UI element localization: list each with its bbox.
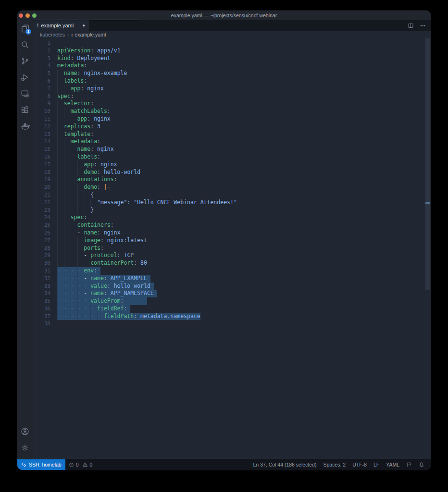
code-line[interactable]: 1---: [33, 39, 431, 47]
line-number[interactable]: 34: [33, 290, 50, 297]
line-number[interactable]: 33: [33, 283, 50, 290]
code-line[interactable]: 14metadata:: [33, 138, 431, 146]
code-line[interactable]: 20demo: |-: [33, 184, 431, 191]
activity-bar-remote-explorer-icon[interactable]: [17, 86, 33, 102]
activity-bar-settings-gear-icon[interactable]: [17, 440, 33, 456]
activity-bar-extensions-icon[interactable]: [17, 102, 33, 118]
line-number[interactable]: 19: [33, 176, 50, 184]
code-line[interactable]: 36· · · · · · fieldRef:: [33, 305, 431, 313]
breadcrumb-folder[interactable]: kubernetes: [40, 32, 65, 37]
code-line[interactable]: 10matchLabels:: [33, 108, 431, 115]
code-line[interactable]: 9selector:: [33, 100, 431, 108]
line-number[interactable]: 37: [33, 313, 50, 320]
code-line[interactable]: 7app: nginx: [33, 85, 431, 93]
code-line[interactable]: 38: [33, 320, 431, 328]
code-line[interactable]: 12replicas: 3: [33, 123, 431, 131]
line-number[interactable]: 1: [33, 39, 50, 47]
line-number[interactable]: 35: [33, 297, 50, 305]
code-line[interactable]: 8spec:: [33, 93, 431, 100]
status-encoding[interactable]: UTF-8: [349, 459, 370, 470]
line-number[interactable]: 9: [33, 100, 50, 108]
line-number[interactable]: 11: [33, 115, 50, 123]
problems-indicator[interactable]: 0 0: [65, 459, 96, 470]
line-number[interactable]: 8: [33, 93, 50, 100]
tab-example-yaml[interactable]: ! example.yaml ●: [33, 20, 89, 31]
code-line[interactable]: 34· · · · - name: APP_NAMESPACE: [33, 290, 431, 297]
code-line[interactable]: 21{: [33, 191, 431, 199]
status-cursor-position[interactable]: Ln 37, Col 44 (186 selected): [250, 459, 320, 470]
activity-bar-search-icon[interactable]: [17, 37, 33, 53]
split-editor-icon[interactable]: [408, 23, 414, 29]
line-number[interactable]: 12: [33, 123, 50, 131]
remote-indicator[interactable]: SSH: homelab: [17, 459, 65, 470]
line-number[interactable]: 30: [33, 259, 50, 267]
line-number[interactable]: 26: [33, 229, 50, 237]
line-number[interactable]: 10: [33, 108, 50, 115]
activity-bar-docker-icon[interactable]: [17, 118, 33, 135]
code-line[interactable]: 37· · · · · · · fieldPath: metadata.name…: [33, 313, 431, 320]
code-line[interactable]: 18demo: hello-world: [33, 169, 431, 176]
code-line[interactable]: 23}: [33, 207, 431, 214]
activity-bar-explorer-icon[interactable]: 1: [17, 20, 33, 37]
code-line[interactable]: 19annotations:: [33, 176, 431, 184]
line-number[interactable]: 13: [33, 131, 50, 138]
line-number[interactable]: 5: [33, 70, 50, 77]
line-number[interactable]: 4: [33, 62, 50, 70]
more-actions-icon[interactable]: [420, 23, 426, 29]
line-number[interactable]: 21: [33, 191, 50, 199]
line-number[interactable]: 17: [33, 161, 50, 169]
line-number[interactable]: 31: [33, 267, 50, 275]
line-number[interactable]: 2: [33, 47, 50, 55]
code-line[interactable]: 26- name: nginx: [33, 229, 431, 237]
line-number[interactable]: 28: [33, 245, 50, 252]
line-number[interactable]: 15: [33, 146, 50, 153]
code-line[interactable]: 4metadata:: [33, 62, 431, 70]
line-number[interactable]: 32: [33, 275, 50, 283]
code-line[interactable]: 35· · · · · valueFrom:: [33, 297, 431, 305]
code-line[interactable]: 24spec:: [33, 214, 431, 221]
status-indentation[interactable]: Spaces: 2: [320, 459, 349, 470]
code-line[interactable]: 29- protocol: TCP: [33, 252, 431, 259]
code-line[interactable]: 33· · · · · value: hello world: [33, 283, 431, 290]
code-line[interactable]: 13template:: [33, 131, 431, 138]
code-line[interactable]: 3kind: Deployment: [33, 55, 431, 62]
status-feedback-icon[interactable]: [403, 459, 415, 470]
line-number[interactable]: 14: [33, 138, 50, 146]
line-number[interactable]: 25: [33, 221, 50, 229]
code-line[interactable]: 30containerPort: 80: [33, 259, 431, 267]
code-line[interactable]: 2apiVersion: apps/v1: [33, 47, 431, 55]
code-line[interactable]: 22"message": "Hello CNCF Webinar Attende…: [33, 199, 431, 207]
code-line[interactable]: 6labels:: [33, 77, 431, 85]
line-number[interactable]: 20: [33, 184, 50, 191]
code-line[interactable]: 32· · · · - name: APP_EXAMPLE: [33, 275, 431, 283]
line-number[interactable]: 36: [33, 305, 50, 313]
line-number[interactable]: 29: [33, 252, 50, 259]
line-number[interactable]: 18: [33, 169, 50, 176]
line-number[interactable]: 3: [33, 55, 50, 62]
line-number[interactable]: 24: [33, 214, 50, 221]
activity-bar-run-debug-icon[interactable]: [17, 69, 33, 86]
activity-bar-account-icon[interactable]: [17, 423, 33, 440]
editor-code-area[interactable]: 1---2apiVersion: apps/v13kind: Deploymen…: [33, 38, 431, 459]
line-number[interactable]: 22: [33, 199, 50, 207]
title-bar[interactable]: example.yaml — ~/projects/sensu/cncf-web…: [17, 11, 431, 20]
line-number[interactable]: 16: [33, 153, 50, 161]
code-line[interactable]: 28ports:: [33, 245, 431, 252]
breadcrumb-file[interactable]: ! example.yaml: [71, 32, 106, 37]
code-line[interactable]: 11app: nginx: [33, 115, 431, 123]
line-number[interactable]: 38: [33, 320, 50, 328]
line-number[interactable]: 23: [33, 207, 50, 214]
status-eol[interactable]: LF: [370, 459, 383, 470]
code-line[interactable]: 17app: nginx: [33, 161, 431, 169]
code-line[interactable]: 25containers:: [33, 221, 431, 229]
line-number[interactable]: 6: [33, 77, 50, 85]
code-line[interactable]: 5name: nginx-example: [33, 70, 431, 77]
code-line[interactable]: 16labels:: [33, 153, 431, 161]
line-number[interactable]: 27: [33, 237, 50, 245]
activity-bar-source-control-icon[interactable]: [17, 53, 33, 69]
status-language-mode[interactable]: YAML: [383, 459, 403, 470]
modified-dot-icon[interactable]: ●: [83, 23, 85, 28]
code-line[interactable]: 31· · · · env:: [33, 267, 431, 275]
code-line[interactable]: 27image: nginx:latest: [33, 237, 431, 245]
code-line[interactable]: 15name: nginx: [33, 146, 431, 153]
